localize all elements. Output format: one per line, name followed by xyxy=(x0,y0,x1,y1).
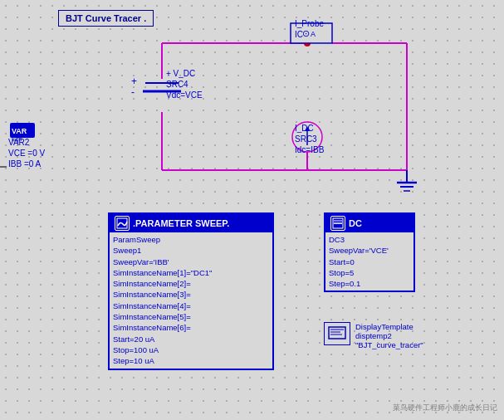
param-sweep-line-item: Step=10 uA xyxy=(113,355,269,366)
disp-ref-text: disptemp2 xyxy=(355,331,423,340)
vdc-label: + V_DC SRC4 Vdc=VCE xyxy=(166,68,203,100)
svg-rect-31 xyxy=(329,327,345,339)
param-sweep-type: ParamSweep xyxy=(113,234,269,245)
dc-line-item: DC3 xyxy=(329,234,410,245)
disp-icon xyxy=(324,322,350,345)
disp-labels: DisplayTemplate disptemp2 "BJT_curve_tra… xyxy=(355,322,423,349)
bjt-title-text: BJT Curve Tracer . xyxy=(66,13,146,23)
param-sweep-header: .PARAMETER SWEEP. xyxy=(110,214,272,232)
edge-marker xyxy=(0,166,7,168)
param-sweep-lines: Sweep1SweepVar='IBB'SimInstanceName[1]="… xyxy=(113,245,269,366)
param-sweep-block: .PARAMETER SWEEP. ParamSweep Sweep1Sweep… xyxy=(108,212,274,370)
dc-lines: DC3SweepVar='VCE'Start=0Stop=5Step=0.1 xyxy=(329,234,410,289)
dc-block: DC DC3SweepVar='VCE'Start=0Stop=5Step=0.… xyxy=(324,212,415,292)
param-sweep-line-item: Sweep1 xyxy=(113,245,269,256)
param-sweep-line-item: SimInstanceName[1]="DC1" xyxy=(113,267,269,278)
circuit-diagram: + - ⊙ A VAR Eqn xyxy=(0,0,504,216)
dc-content: DC3SweepVar='VCE'Start=0Stop=5Step=0.1 xyxy=(325,232,413,291)
param-sweep-title: .PARAMETER SWEEP. xyxy=(133,218,229,228)
var-label: VAR2 VCE =0 V IBB =0 A xyxy=(8,120,45,169)
param-sweep-content: ParamSweep Sweep1SweepVar='IBB'SimInstan… xyxy=(110,232,272,369)
watermark: 菜鸟硬件工程师小鹿的成长日记 xyxy=(393,403,497,413)
schematic-canvas: BJT Curve Tracer . + - xyxy=(0,0,504,420)
param-sweep-line-item: SimInstanceName[6]= xyxy=(113,322,269,333)
param-sweep-line-item: SimInstanceName[2]= xyxy=(113,278,269,289)
param-sweep-line-item: SimInstanceName[4]= xyxy=(113,300,269,311)
param-sweep-line-item: Stop=100 uA xyxy=(113,344,269,355)
dc-header: DC xyxy=(325,214,413,232)
dc-line-item: Start=0 xyxy=(329,256,410,267)
dc-line-item: Step=0.1 xyxy=(329,278,410,289)
iprobe-label: I_Probe IC xyxy=(295,18,324,40)
param-sweep-line-item: Start=20 uA xyxy=(113,334,269,344)
svg-point-7 xyxy=(304,40,311,46)
idc-label: I_DC SRC3 Idc=IBB xyxy=(295,123,324,155)
display-template-block: DisplayTemplate disptemp2 "BJT_curve_tra… xyxy=(324,322,423,349)
param-sweep-icon xyxy=(115,216,130,231)
svg-text:+: + xyxy=(131,76,137,87)
disp-label-text: DisplayTemplate xyxy=(355,322,423,331)
dc-title: DC xyxy=(349,218,362,228)
dc-icon xyxy=(330,216,345,231)
param-sweep-line-item: SimInstanceName[3]= xyxy=(113,289,269,300)
dc-line-item: SweepVar='VCE' xyxy=(329,245,410,256)
svg-text:-: - xyxy=(131,86,135,98)
param-sweep-line-item: SimInstanceName[5]= xyxy=(113,311,269,322)
dc-line-item: Stop=5 xyxy=(329,267,410,278)
param-sweep-line-item: SweepVar='IBB' xyxy=(113,256,269,267)
disp-value-text: "BJT_curve_tracer" xyxy=(355,340,423,349)
bjt-title-box: BJT Curve Tracer . xyxy=(58,10,154,27)
